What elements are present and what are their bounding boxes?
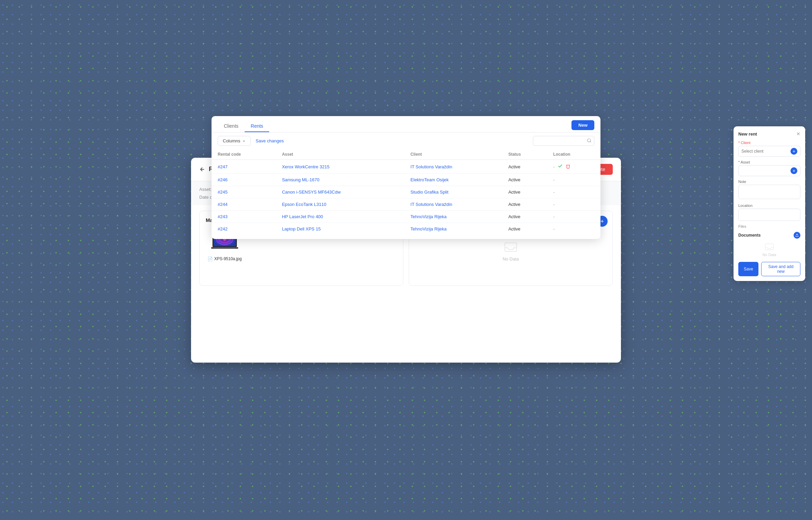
rents-table-panel: Clients Rents New Columns Save changes R… xyxy=(212,116,600,239)
client-field-label: * Client xyxy=(738,141,800,145)
file-icon: 📄 xyxy=(207,256,213,262)
asset-input[interactable] xyxy=(741,168,791,173)
client-link[interactable]: IT Solutions Varaždin xyxy=(410,202,452,207)
table-row: #243 HP LaserJet Pro 400 TehnoVizija Rij… xyxy=(212,211,600,223)
rent-code-link[interactable]: #244 xyxy=(218,202,228,207)
row-actions: - xyxy=(553,189,594,195)
columns-button[interactable]: Columns xyxy=(218,136,251,146)
svg-rect-14 xyxy=(765,244,773,250)
rent-code-link[interactable]: #245 xyxy=(218,189,228,195)
search-input[interactable] xyxy=(533,136,594,146)
tabs-bar: Clients Rents New xyxy=(212,116,600,132)
material-filename: 📄 XPS-9510a.jpg xyxy=(207,256,242,262)
col-rental-code: Rental code xyxy=(212,149,276,160)
columns-btn-label: Columns xyxy=(223,138,240,143)
cell-client: TehnoVizija Rijeka xyxy=(404,211,502,223)
documents-upload-button[interactable] xyxy=(794,232,800,239)
asset-field-label: * Asset xyxy=(738,160,800,164)
cell-status: Active xyxy=(502,211,547,223)
asset-link[interactable]: Samsung ML-1670 xyxy=(282,177,319,182)
row-actions: - xyxy=(553,226,594,231)
location-field-label: Location xyxy=(738,203,800,208)
cell-code: #243 xyxy=(212,211,276,223)
cell-location: - xyxy=(547,160,600,174)
save-button[interactable]: Save xyxy=(738,262,758,276)
rent-code-link[interactable]: #243 xyxy=(218,214,228,219)
table-header: Rental code Asset Client Status Location xyxy=(212,149,600,160)
row-actions: - xyxy=(553,177,594,182)
note-field-label: Note xyxy=(738,180,800,184)
table-row: #247 Xerox WorkCentre 3215 IT Solutions … xyxy=(212,160,600,174)
col-location: Location xyxy=(547,149,600,160)
tabs-list: Clients Rents xyxy=(218,121,269,132)
save-changes-button[interactable]: Save changes xyxy=(256,138,284,143)
rent-code-link[interactable]: #242 xyxy=(218,226,228,231)
documents-form-group: Documents No Data xyxy=(738,232,800,258)
asset-link[interactable]: Xerox WorkCentre 3215 xyxy=(282,164,329,169)
search-icon-button[interactable] xyxy=(587,138,592,144)
asset-add-button[interactable]: + xyxy=(791,167,797,174)
table-body: #247 Xerox WorkCentre 3215 IT Solutions … xyxy=(212,160,600,235)
cell-asset: Samsung ML-1670 xyxy=(276,174,404,186)
documents-no-data-icon xyxy=(765,243,774,251)
cell-client: Studio Grafika Split xyxy=(404,186,502,198)
location-form-group: Location xyxy=(738,203,800,221)
cell-code: #247 xyxy=(212,160,276,174)
filename-text: XPS-9510a.jpg xyxy=(214,256,242,261)
panel-title: New rent xyxy=(738,131,757,137)
location-dash: - xyxy=(553,189,555,195)
search-wrap xyxy=(533,136,594,146)
row-confirm-icon[interactable] xyxy=(557,163,563,170)
rent-code-link[interactable]: #247 xyxy=(218,164,228,169)
cell-asset: Canon i-SENSYS MF643Cdw xyxy=(276,186,404,198)
client-link[interactable]: TehnoVizija Rijeka xyxy=(410,226,447,231)
client-link[interactable]: Studio Grafika Split xyxy=(410,189,448,195)
client-link[interactable]: ElektroTeam Osijek xyxy=(410,177,449,182)
cell-code: #245 xyxy=(212,186,276,198)
cell-status: Active xyxy=(502,198,547,211)
cell-status: Active xyxy=(502,186,547,198)
asset-field-row: + xyxy=(738,165,800,176)
panel-close-button[interactable]: ✕ xyxy=(796,131,800,137)
location-dash: - xyxy=(553,214,555,219)
row-delete-icon[interactable] xyxy=(566,164,570,170)
svg-point-12 xyxy=(588,139,591,142)
rent-code-link[interactable]: #246 xyxy=(218,177,228,182)
client-add-button[interactable]: + xyxy=(791,148,797,155)
save-and-add-button[interactable]: Save and add new xyxy=(761,262,800,276)
client-label-text: Client xyxy=(741,141,750,145)
row-actions: - xyxy=(553,163,594,170)
tab-clients[interactable]: Clients xyxy=(218,121,245,132)
asset-link[interactable]: HP LaserJet Pro 400 xyxy=(282,214,323,219)
client-input[interactable] xyxy=(741,149,791,154)
client-link[interactable]: IT Solutions Varaždin xyxy=(410,164,452,169)
back-button[interactable] xyxy=(199,166,205,172)
asset-link[interactable]: Epson EcoTank L3110 xyxy=(282,202,326,207)
location-dash: - xyxy=(553,226,555,231)
cell-location: - xyxy=(547,211,600,223)
asset-link[interactable]: Laptop Dell XPS 15 xyxy=(282,226,320,231)
location-field[interactable] xyxy=(738,209,800,221)
documents-no-data-text: No Data xyxy=(763,253,776,257)
cell-status: Active xyxy=(502,160,547,174)
client-link[interactable]: TehnoVizija Rijeka xyxy=(410,214,447,219)
files-form-group: Files xyxy=(738,224,800,228)
cell-code: #242 xyxy=(212,223,276,235)
asset-link[interactable]: Canon i-SENSYS MF643Cdw xyxy=(282,189,340,195)
location-dash: - xyxy=(553,164,555,169)
files-label: Files xyxy=(738,224,800,228)
row-actions: - xyxy=(553,214,594,219)
asset-label: Asset: xyxy=(199,187,212,192)
new-rent-button[interactable]: New xyxy=(571,120,594,130)
col-status: Status xyxy=(502,149,547,160)
note-input[interactable] xyxy=(738,185,800,199)
rents-table: Rental code Asset Client Status Location… xyxy=(212,149,600,235)
tab-rents[interactable]: Rents xyxy=(245,121,270,132)
cell-status: Active xyxy=(502,174,547,186)
table-row: #242 Laptop Dell XPS 15 TehnoVizija Rije… xyxy=(212,223,600,235)
cell-location: - xyxy=(547,223,600,235)
asset-form-group: * Asset + xyxy=(738,160,800,176)
cell-client: IT Solutions Varaždin xyxy=(404,198,502,211)
location-dash: - xyxy=(553,177,555,182)
cell-location: - xyxy=(547,174,600,186)
